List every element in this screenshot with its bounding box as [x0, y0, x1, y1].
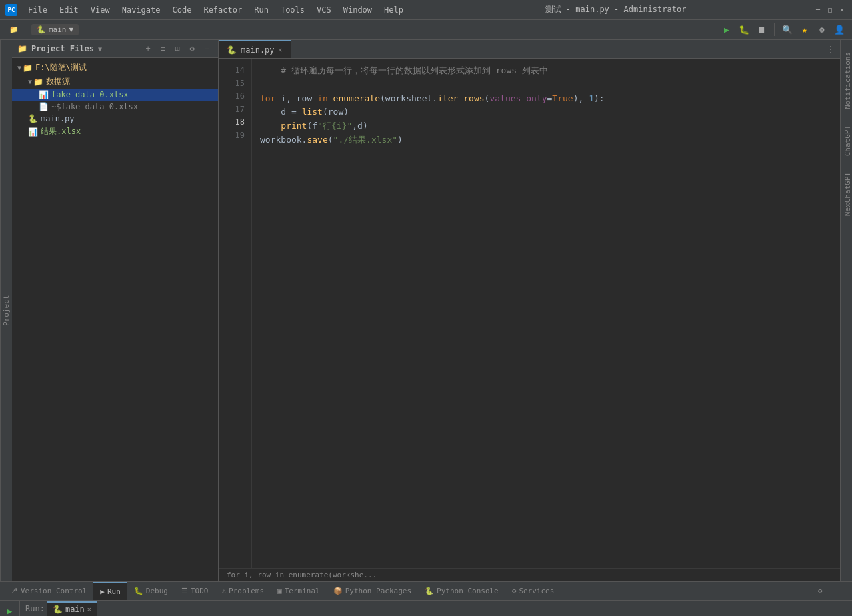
- collapse-all-btn[interactable]: ≡: [157, 43, 169, 55]
- menu-tools[interactable]: Tools: [275, 4, 310, 16]
- run-tab-active[interactable]: 🐍 main ✕: [47, 601, 97, 616]
- tab-version-control[interactable]: ⎇ Version Control: [3, 582, 93, 600]
- tree-folder-datasource[interactable]: ▼ 📁 数据源: [12, 75, 218, 89]
- menu-vcs[interactable]: VCS: [311, 4, 337, 16]
- vertical-project-label[interactable]: Project: [0, 40, 12, 581]
- tab-services[interactable]: ⚙ Services: [505, 582, 561, 600]
- vc-label: Version Control: [21, 587, 87, 595]
- debug-label: Debug: [146, 587, 168, 595]
- toolbar-project-btn[interactable]: 📁: [5, 24, 23, 35]
- menu-file[interactable]: File: [23, 4, 53, 16]
- menu-refactor[interactable]: Refactor: [198, 4, 247, 16]
- menu-code[interactable]: Code: [167, 4, 197, 16]
- toolbar: 📁 🐍 main ▼ ▶ 🐛 ⏹ 🔍 ★ ⚙ 👤: [0, 20, 852, 40]
- menu-bar: File Edit View Navigate Code Refactor Ru…: [23, 4, 418, 16]
- editor-tab-main-py[interactable]: 🐍 main.py ✕: [219, 40, 291, 58]
- tree-file-main-py[interactable]: 🐍 main.py: [12, 113, 218, 125]
- tree-root[interactable]: ▼ 📁 F:\随笔\测试: [12, 61, 218, 75]
- debug-icon: 🐛: [134, 587, 143, 595]
- menu-help[interactable]: Help: [379, 4, 409, 16]
- close-button[interactable]: ✕: [837, 5, 847, 15]
- tab-run[interactable]: ▶ Run: [93, 582, 127, 600]
- menu-run[interactable]: Run: [249, 4, 274, 16]
- right-panels: Notifications ChatGPT NexChatGPT: [840, 40, 852, 581]
- ln-18: 18: [219, 116, 245, 129]
- problems-label: Problems: [229, 587, 264, 595]
- bottom-panel: ⎇ Version Control ▶ Run 🐛 Debug ☰ TODO ⚠…: [0, 581, 852, 616]
- editor-tabs: 🐍 main.py ✕ ⋮: [219, 40, 840, 59]
- project-panel: 📁 Project Files ▼ + ≡ ⊞ ⚙ − ▼ 📁 F:\随笔\测试: [12, 40, 219, 581]
- tab-close-btn[interactable]: ✕: [279, 46, 283, 53]
- run-button[interactable]: ▶: [719, 23, 734, 37]
- tab-debug[interactable]: 🐛 Debug: [127, 582, 175, 600]
- maximize-button[interactable]: □: [825, 5, 835, 15]
- line-numbers: 14 15 16 17 18 19: [219, 59, 252, 568]
- python-console-icon: 🐍: [425, 587, 434, 595]
- close-panel-btn[interactable]: −: [201, 43, 213, 55]
- tab-python-console[interactable]: 🐍 Python Console: [418, 582, 505, 600]
- tab-python-packages[interactable]: 📦 Python Packages: [327, 582, 418, 600]
- nexchatgpt-panel-label[interactable]: NexChatGPT: [842, 167, 851, 221]
- menu-view[interactable]: View: [85, 4, 115, 16]
- run-panel-content: Run: 🐍 main ✕ E:\py\python.exe F:\随笔\测试\…: [20, 601, 852, 616]
- award-button[interactable]: ★: [797, 23, 812, 37]
- services-icon: ⚙: [512, 587, 517, 595]
- run-tab-close[interactable]: ✕: [87, 605, 91, 613]
- title-bar: PC File Edit View Navigate Code Refactor…: [0, 0, 852, 20]
- settings-btn[interactable]: ⚙: [186, 43, 198, 55]
- expand-btn[interactable]: ⊞: [171, 43, 183, 55]
- tree-file-tilde-fake-data[interactable]: 📄 ~$fake_data_0.xlsx: [12, 101, 218, 113]
- tab-terminal[interactable]: ▣ Terminal: [271, 582, 327, 600]
- new-file-btn[interactable]: +: [142, 43, 154, 55]
- bottom-panel-controls: ⚙ −: [811, 584, 849, 598]
- tab-py-icon: 🐍: [227, 45, 237, 55]
- run-label: Run:: [25, 604, 45, 613]
- ln-15: 15: [219, 77, 245, 91]
- code-content[interactable]: # 循环遍历每一行，将每一行的数据以列表形式添加到 rows 列表中 for i…: [252, 59, 840, 568]
- tabs-more-btn[interactable]: ⋮: [821, 45, 840, 54]
- vc-icon: ⎇: [9, 587, 18, 595]
- toolbar-sep-2: [774, 23, 775, 36]
- minimize-button[interactable]: ─: [813, 5, 823, 15]
- run-config-selector[interactable]: 🐍 main ▼: [31, 24, 79, 35]
- settings-icon-btn[interactable]: ⚙: [811, 584, 829, 598]
- tab-label: main.py: [241, 45, 275, 55]
- folder-icon: 📁: [17, 44, 27, 53]
- project-title: Project Files: [31, 44, 94, 53]
- terminal-label: Terminal: [285, 587, 320, 595]
- run-play-btn[interactable]: ▶: [3, 603, 17, 616]
- menu-navigate[interactable]: Navigate: [117, 4, 166, 16]
- user-button[interactable]: 👤: [832, 23, 847, 37]
- project-header-controls: + ≡ ⊞ ⚙ −: [142, 43, 213, 55]
- run-tab-icon2: 🐍: [53, 605, 63, 614]
- collapse-bottom-btn[interactable]: −: [831, 584, 849, 598]
- window-title: 测试 - main.py - Administrator: [418, 4, 813, 15]
- bottom-tabs: ⎇ Version Control ▶ Run 🐛 Debug ☰ TODO ⚠…: [0, 582, 852, 601]
- settings-gear[interactable]: ⚙: [815, 23, 829, 37]
- packages-icon: 📦: [333, 587, 343, 595]
- tab-todo[interactable]: ☰ TODO: [175, 582, 215, 600]
- ln-14: 14: [219, 64, 245, 77]
- dropdown-arrow[interactable]: ▼: [98, 45, 102, 53]
- menu-window[interactable]: Window: [338, 4, 377, 16]
- stop-button[interactable]: ⏹: [754, 23, 769, 37]
- tree-file-result-xlsx[interactable]: 📊 结果.xlsx: [12, 125, 218, 139]
- tree-file-fake-data[interactable]: 📊 fake_data_0.xlsx: [12, 89, 218, 101]
- run-config-label: main: [49, 25, 67, 34]
- menu-edit[interactable]: Edit: [54, 4, 84, 16]
- window-controls: ─ □ ✕: [813, 5, 847, 15]
- services-label: Services: [519, 587, 554, 595]
- toolbar-action-icons: ▶ 🐛 ⏹ 🔍 ★ ⚙ 👤: [719, 23, 847, 37]
- run-config-arrow: ▼: [69, 25, 74, 34]
- run-tab-name: main: [65, 605, 85, 614]
- search-button[interactable]: 🔍: [780, 23, 795, 37]
- ln-16: 16: [219, 90, 245, 103]
- run-controls-sidebar: ▶ ↑ ↓ ⏹ ↵ ⚙ 🗑: [0, 601, 20, 616]
- python-console-label: Python Console: [437, 587, 499, 595]
- breadcrumb: for i, row in enumerate(workshe...: [219, 568, 840, 581]
- tab-problems[interactable]: ⚠ Problems: [215, 582, 271, 600]
- debug-button[interactable]: 🐛: [737, 23, 751, 37]
- chatgpt-panel-label[interactable]: ChatGPT: [842, 120, 851, 161]
- project-header-left: 📁 Project Files ▼: [17, 44, 102, 53]
- notifications-panel-label[interactable]: Notifications: [842, 47, 851, 115]
